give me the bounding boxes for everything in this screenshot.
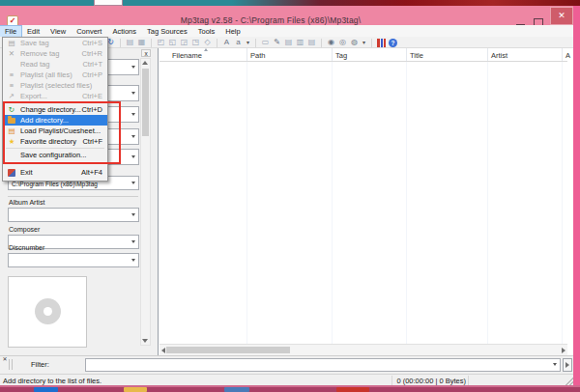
filter-input[interactable] xyxy=(85,358,561,372)
text-file-icon[interactable]: ▤ xyxy=(307,38,316,47)
save-icon: ▤ xyxy=(7,39,16,47)
tools-dropdown-icon[interactable]: ▾ xyxy=(362,38,366,47)
web-sources-icon[interactable]: ◎ xyxy=(338,38,347,47)
chevron-down-icon xyxy=(131,92,135,95)
rename-icon[interactable]: ✎ xyxy=(273,38,281,47)
file-list-hscrollbar[interactable] xyxy=(160,344,567,355)
tag-panel-close-icon[interactable]: x xyxy=(141,49,151,57)
chevron-down-icon xyxy=(131,66,135,69)
column-divider xyxy=(562,48,563,61)
column-grid-line xyxy=(562,61,563,344)
edit-disabled-icon[interactable]: ▭ xyxy=(261,38,270,47)
column-header-filename[interactable]: Filename xyxy=(172,51,202,60)
column-header-album-clipped[interactable]: A xyxy=(566,51,570,60)
menu-item-label: Export... xyxy=(20,92,47,100)
remove-tag-icon[interactable]: ▦ xyxy=(137,38,146,47)
menu-item-save-tag[interactable]: ▤ Save tag Ctrl+S xyxy=(3,38,107,48)
status-message: Add directory to the list of files. xyxy=(3,377,102,385)
playlist-file-icon[interactable]: ▤ xyxy=(284,38,293,47)
column-header-title[interactable]: Title xyxy=(410,51,423,60)
menubar-item-convert[interactable]: Convert xyxy=(72,26,106,37)
taskbar-app-icon[interactable] xyxy=(336,387,369,392)
filter-expand-button[interactable] xyxy=(563,358,572,372)
scroll-up-icon[interactable] xyxy=(142,61,148,65)
column-grid-line xyxy=(332,61,333,344)
scroll-left-icon[interactable] xyxy=(161,348,165,353)
menubar-item-actions[interactable]: Actions xyxy=(107,26,141,37)
menu-item-exit[interactable]: Exit Alt+F4 xyxy=(3,167,107,178)
tools-icon[interactable]: ◍ xyxy=(350,38,359,47)
menu-item-remove-tag[interactable]: ✕ Remove tag Ctrl+R xyxy=(3,48,107,59)
save-tag-icon[interactable]: ▤ xyxy=(126,38,134,47)
tag-field-icon[interactable]: ◱ xyxy=(168,38,177,47)
scroll-down-icon[interactable] xyxy=(142,339,148,343)
column-header-path[interactable]: Path xyxy=(250,51,265,60)
scroll-right-icon[interactable] xyxy=(562,348,566,353)
chevron-down-icon xyxy=(131,240,135,243)
desktop-background-right xyxy=(573,6,580,385)
menubar-item-view[interactable]: View xyxy=(45,26,71,37)
tag-field-icon[interactable]: ◳ xyxy=(191,38,200,47)
menu-item-playlist-all[interactable]: ≡ Playlist (all files) Ctrl+P xyxy=(3,70,107,80)
menu-item-read-tag[interactable]: Read tag Ctrl+T xyxy=(3,59,107,70)
menu-item-export[interactable]: ↗ Export... Ctrl+E xyxy=(3,91,107,101)
menu-item-playlist-selected[interactable]: ≡ Playlist (selected files) xyxy=(3,80,107,91)
column-header-artist[interactable]: Artist xyxy=(491,51,508,60)
status-divider xyxy=(392,376,392,385)
column-grid-line xyxy=(246,61,247,344)
columns-icon[interactable] xyxy=(377,39,386,47)
menu-shortcut: Ctrl+R xyxy=(82,49,102,58)
case-upper-icon[interactable]: A xyxy=(222,38,231,47)
annotation-highlight-box xyxy=(3,101,121,164)
chevron-down-icon xyxy=(131,213,135,216)
filter-close-icon[interactable]: ✕ xyxy=(1,356,9,363)
menu-shortcut: Ctrl+T xyxy=(82,60,102,69)
discnumber-label: Discnumber xyxy=(9,244,44,251)
tag-sync-icon[interactable]: ◇ xyxy=(203,38,212,47)
chevron-down-icon xyxy=(131,259,135,262)
chevron-down-icon xyxy=(131,182,135,184)
menubar-item-help[interactable]: Help xyxy=(220,26,245,37)
tag-field-icon[interactable]: ◰ xyxy=(157,38,165,47)
discnumber-combo[interactable] xyxy=(8,253,139,267)
filter-grip[interactable] xyxy=(9,359,13,370)
album-artist-combo[interactable] xyxy=(8,208,139,222)
column-divider xyxy=(332,48,333,61)
menu-item-label: Remove tag xyxy=(20,49,59,58)
toolbar-separator xyxy=(371,39,372,47)
window-title: Mp3tag v2.58 - C:\Program Files (x86)\Mp… xyxy=(0,15,541,25)
album-artist-label: Album Artist xyxy=(9,199,44,206)
actions-icon[interactable]: ◉ xyxy=(327,38,335,47)
scrollbar-thumb[interactable] xyxy=(142,69,149,136)
cd-placeholder-icon xyxy=(35,298,61,324)
help-icon[interactable]: ? xyxy=(389,39,397,47)
tag-panel-divider xyxy=(8,196,138,197)
tag-panel-scrollbar[interactable] xyxy=(140,58,151,346)
menubar-item-tools[interactable]: Tools xyxy=(193,26,220,37)
close-button[interactable]: ✕ xyxy=(550,7,573,25)
taskbar-app-icon[interactable] xyxy=(224,387,249,392)
column-header-tag[interactable]: Tag xyxy=(335,51,347,60)
case-dropdown-icon[interactable]: ▾ xyxy=(246,38,250,47)
case-lower-icon[interactable]: a xyxy=(234,38,243,47)
scrollbar-thumb[interactable] xyxy=(166,347,290,353)
toolbar-separator xyxy=(217,39,218,47)
taskbar-app-icon[interactable] xyxy=(124,387,147,392)
filter-label: Filter: xyxy=(31,360,49,369)
status-divider xyxy=(468,376,469,385)
sort-indicator-icon xyxy=(204,48,208,51)
tag-field-icon[interactable]: ◲ xyxy=(180,38,188,47)
remove-icon: ✕ xyxy=(7,49,16,58)
cover-art-box[interactable] xyxy=(8,276,87,348)
column-grid-line xyxy=(406,61,407,344)
export-file-icon[interactable]: ▥ xyxy=(296,38,304,47)
menubar-item-edit[interactable]: Edit xyxy=(22,26,44,37)
exit-icon xyxy=(8,169,15,177)
status-bar: Add directory to the list of files. 0 (0… xyxy=(0,374,573,385)
titlebar: ✓ Mp3tag v2.58 - C:\Program Files (x86)\… xyxy=(0,6,573,25)
chevron-down-icon xyxy=(553,363,557,366)
menubar-item-file[interactable]: File xyxy=(0,26,21,37)
taskbar-app-icon[interactable] xyxy=(34,387,58,392)
resize-grip[interactable] xyxy=(566,378,573,385)
menubar-item-tag-sources[interactable]: Tag Sources xyxy=(142,26,192,37)
